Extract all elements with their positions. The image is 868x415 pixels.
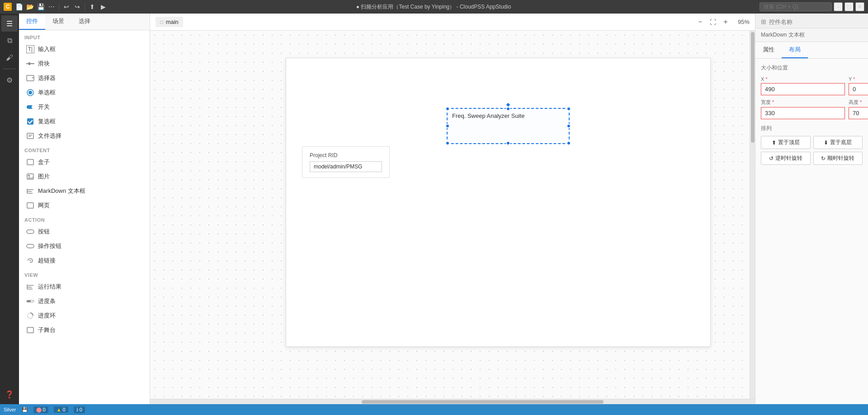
- titlebar-file-actions: 📄 📂 💾 ⋯ ↩ ↪ ⬆ ▶: [14, 2, 108, 11]
- canvas-tab-label: main: [166, 19, 179, 25]
- sidebar-item-file-picker[interactable]: 文件选择: [19, 129, 150, 143]
- radio-label: 单选框: [38, 89, 56, 97]
- coord-label-height: 高度 *: [849, 99, 868, 106]
- tab-scene[interactable]: 场景: [45, 14, 71, 30]
- sidebar-item-radio[interactable]: 单选框: [19, 85, 150, 100]
- coord-label-width: 宽度 *: [761, 99, 845, 106]
- svg-rect-29: [27, 300, 31, 302]
- rotate-ccw-button[interactable]: ↺ 逆时针旋转: [761, 152, 811, 165]
- project-rid-card: Project RID: [302, 146, 390, 178]
- icon-bar-help[interactable]: ❓: [1, 386, 18, 402]
- open-file-button[interactable]: 📂: [25, 2, 34, 11]
- canvas-viewport[interactable]: Freq. Sweep Analyzer Suite: [150, 31, 750, 399]
- sidebar-item-progress-bar[interactable]: 进度条: [19, 294, 150, 308]
- rotate-cw-button[interactable]: ↻ 顺时针旋转: [813, 152, 863, 165]
- tab-layout[interactable]: 布局: [782, 42, 808, 58]
- selector-icon: [26, 74, 34, 82]
- maximize-button[interactable]: □: [844, 2, 854, 11]
- export-button[interactable]: ⬆: [88, 2, 97, 11]
- handle-tl[interactable]: [445, 107, 450, 111]
- sidebar-item-webpage[interactable]: 网页: [19, 198, 150, 213]
- tab-select[interactable]: 选择: [71, 14, 98, 30]
- tab-properties[interactable]: 属性: [755, 42, 782, 58]
- sidebar-item-run-result[interactable]: 运行结果: [19, 280, 150, 294]
- canvas-selected-element[interactable]: Freq. Sweep Analyzer Suite: [447, 108, 570, 144]
- undo-button[interactable]: ↩: [62, 2, 71, 11]
- canvas-vscroll[interactable]: [750, 31, 755, 399]
- handle-tr[interactable]: [566, 107, 571, 111]
- bring-to-top-button[interactable]: ⬆ 置于顶层: [761, 136, 811, 149]
- progress-ring-label: 进度环: [38, 312, 56, 320]
- redo-button[interactable]: ↪: [73, 2, 82, 11]
- canvas-main-card: Freq. Sweep Analyzer Suite: [286, 58, 711, 347]
- selector-label: 选择器: [38, 74, 56, 82]
- minimize-button[interactable]: －: [834, 2, 843, 11]
- svg-rect-20: [27, 203, 33, 208]
- switch-label: 开关: [38, 103, 50, 111]
- handle-ml[interactable]: [445, 124, 450, 128]
- svg-rect-1: [28, 62, 30, 65]
- sidebar-content: INPUT T| 输入框 滑块 选择器 单选框: [19, 30, 150, 404]
- zoom-out-button[interactable]: －: [695, 17, 705, 27]
- titlebar: C 📄 📂 💾 ⋯ ↩ ↪ ⬆ ▶ ● 扫频分析应用（Test Case by …: [0, 0, 868, 14]
- svg-rect-21: [27, 230, 34, 233]
- image-label: 图片: [38, 173, 50, 181]
- component-name-input[interactable]: [769, 19, 863, 25]
- sidebar-item-switch[interactable]: 开关: [19, 100, 150, 114]
- rotate-cw-icon: ↻: [821, 155, 826, 162]
- sidebar-item-button[interactable]: 按钮: [19, 224, 150, 239]
- sidebar-item-slider[interactable]: 滑块: [19, 56, 150, 71]
- button-label: 按钮: [38, 228, 50, 236]
- close-button[interactable]: ✕: [855, 2, 864, 11]
- tab-controls[interactable]: 控件: [19, 14, 45, 30]
- sidebar-item-checkbox[interactable]: 复选框: [19, 114, 150, 129]
- section-action-label: ACTION: [19, 213, 150, 224]
- sidebar-item-action-btn[interactable]: 操作按钮: [19, 239, 150, 253]
- zoom-fit-button[interactable]: ⛶: [708, 17, 718, 27]
- sidebar-item-markdown[interactable]: MarkDown 文本框: [19, 184, 150, 198]
- handle-bl[interactable]: [445, 141, 450, 145]
- zoom-in-button[interactable]: ＋: [721, 17, 731, 27]
- sidebar-item-link[interactable]: 超链接: [19, 253, 150, 268]
- sidebar-item-sub-stage[interactable]: 子舞台: [19, 323, 150, 337]
- sub-stage-label: 子舞台: [38, 326, 56, 334]
- sidebar-item-progress-ring[interactable]: 进度环: [19, 308, 150, 323]
- handle-mr[interactable]: [566, 124, 571, 128]
- handle-bc[interactable]: [506, 141, 510, 145]
- search-input[interactable]: [760, 2, 832, 11]
- canvas-scrollbar-thumb[interactable]: [362, 400, 604, 404]
- coord-input-width[interactable]: [761, 107, 845, 119]
- sidebar-item-selector[interactable]: 选择器: [19, 71, 150, 85]
- action-btn-label: 操作按钮: [38, 242, 61, 250]
- progress-ring-icon: [26, 312, 34, 320]
- handle-tc[interactable]: [506, 107, 510, 111]
- coord-input-y[interactable]: [849, 83, 868, 95]
- canvas-tab-main[interactable]: □ main: [156, 17, 183, 27]
- save-file-button[interactable]: 💾: [36, 2, 45, 11]
- icon-bar-layers[interactable]: ⧉: [1, 33, 18, 49]
- icon-bar-settings[interactable]: ⚙: [1, 72, 18, 88]
- icon-bar-paint[interactable]: 🖌: [1, 50, 18, 66]
- bring-to-top-icon: ⬆: [772, 140, 776, 146]
- more-button[interactable]: ⋯: [47, 2, 56, 11]
- coord-input-x[interactable]: [761, 83, 845, 95]
- send-to-bottom-button[interactable]: ⬇ 置于底层: [813, 136, 863, 149]
- right-panel-tabs: 属性 布局: [755, 42, 868, 59]
- window-title: ● 扫频分析应用（Test Case by Yinping） - CloudPS…: [110, 3, 757, 11]
- run-result-icon: [26, 283, 34, 291]
- run-button[interactable]: ▶: [99, 2, 108, 11]
- box-label: 盒子: [38, 158, 50, 166]
- icon-bar-components[interactable]: ☰: [1, 15, 18, 32]
- slider-label: 滑块: [38, 60, 50, 68]
- sidebar-item-input-box[interactable]: T| 输入框: [19, 42, 150, 56]
- markdown-label: MarkDown 文本框: [38, 187, 85, 195]
- canvas-scrollbar-h[interactable]: [150, 399, 755, 404]
- sidebar-item-box[interactable]: 盒子: [19, 155, 150, 169]
- new-file-button[interactable]: 📄: [14, 2, 24, 11]
- sidebar-item-image[interactable]: 图片: [19, 169, 150, 184]
- project-rid-input[interactable]: [310, 161, 382, 172]
- info-badge: ℹ 0: [74, 406, 85, 413]
- coord-input-height[interactable]: [849, 107, 868, 119]
- handle-br[interactable]: [566, 141, 571, 145]
- error-icon: ⬤: [36, 407, 42, 413]
